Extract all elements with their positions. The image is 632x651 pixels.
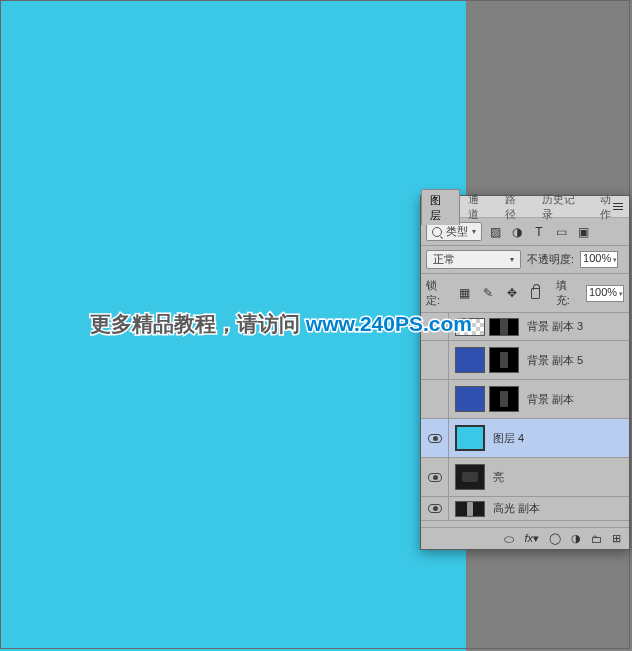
lock-label: 锁定:	[426, 278, 450, 308]
lock-row: 锁定: ▦ ✎ ✥ 填充: 100%▾	[421, 274, 629, 313]
eye-icon	[428, 473, 442, 482]
tab-paths[interactable]: 路径	[497, 189, 534, 224]
layer-thumbnail[interactable]	[455, 464, 485, 490]
mask-thumbnail[interactable]	[489, 386, 519, 412]
filter-shape-icon[interactable]: ▭	[552, 223, 570, 241]
layer-fx-icon[interactable]: fx▾	[524, 532, 539, 545]
eye-icon	[428, 434, 442, 443]
fill-input[interactable]: 100%▾	[586, 285, 624, 302]
lock-pixels-icon[interactable]: ▦	[456, 284, 473, 302]
chevron-down-icon: ▾	[472, 227, 476, 236]
panel-footer: ⬭ fx▾ ◯ ◑ 🗀 ⊞	[421, 527, 629, 549]
layer-row[interactable]: 背景 副本 5	[421, 341, 629, 380]
add-mask-icon[interactable]: ◯	[549, 532, 561, 545]
chevron-down-icon: ▾	[619, 290, 623, 297]
watermark-part1: 更多精品教程，请访问	[90, 312, 306, 335]
layer-row[interactable]: 图层 4	[421, 419, 629, 458]
layer-thumbnails	[449, 386, 519, 412]
lock-all-icon[interactable]	[526, 284, 543, 302]
tab-history[interactable]: 历史记录	[534, 189, 592, 224]
tab-layers[interactable]: 图层	[421, 189, 460, 225]
link-layers-icon[interactable]: ⬭	[504, 532, 514, 546]
opacity-input[interactable]: 100%▾	[580, 251, 618, 268]
layer-name[interactable]: 背景 副本 3	[519, 319, 625, 334]
layer-row[interactable]: 背景 副本	[421, 380, 629, 419]
filter-kind-select[interactable]: 类型 ▾	[426, 222, 482, 241]
filter-image-icon[interactable]: ▨	[486, 223, 504, 241]
filter-smart-icon[interactable]: ▣	[574, 223, 592, 241]
layer-row[interactable]: 高光 副本	[421, 497, 629, 521]
new-group-icon[interactable]: 🗀	[591, 533, 602, 545]
blend-mode-value: 正常	[433, 252, 455, 267]
visibility-toggle[interactable]	[421, 497, 449, 520]
fill-value: 100%	[589, 286, 617, 298]
layer-name[interactable]: 背景 副本 5	[519, 353, 625, 368]
layer-thumbnail[interactable]	[455, 425, 485, 451]
tab-channels[interactable]: 通道	[460, 189, 497, 224]
layers-panel: 图层 通道 路径 历史记录 动作 类型 ▾ ▨ ◑ T ▭ ▣ 正常 ▾ 不透明…	[420, 195, 630, 550]
layer-thumbnail[interactable]	[455, 386, 485, 412]
layer-thumbnail[interactable]	[455, 501, 485, 517]
eye-icon	[428, 504, 442, 513]
mask-thumbnail[interactable]	[489, 347, 519, 373]
layer-thumbnail[interactable]	[455, 347, 485, 373]
filter-text-icon[interactable]: T	[530, 223, 548, 241]
new-layer-icon[interactable]: ⊞	[612, 532, 621, 545]
panel-tabs: 图层 通道 路径 历史记录 动作	[421, 196, 629, 218]
lock-brush-icon[interactable]: ✎	[480, 284, 497, 302]
layers-list[interactable]: 背景 副本 3 背景 副本 5 背景 副本	[421, 313, 629, 527]
fill-label: 填充:	[556, 278, 580, 308]
layer-thumbnails	[449, 464, 485, 490]
mask-thumbnail[interactable]	[489, 318, 519, 336]
panel-menu-icon[interactable]	[610, 199, 626, 213]
layer-name[interactable]: 图层 4	[485, 431, 625, 446]
visibility-toggle[interactable]	[421, 380, 449, 418]
add-adjustment-icon[interactable]: ◑	[571, 532, 581, 545]
layer-thumbnails	[449, 425, 485, 451]
layer-name[interactable]: 高光 副本	[485, 501, 625, 516]
layer-thumbnails	[449, 347, 519, 373]
chevron-down-icon: ▾	[510, 255, 514, 264]
visibility-toggle[interactable]	[421, 458, 449, 496]
chevron-down-icon: ▾	[613, 256, 617, 263]
filter-adjust-icon[interactable]: ◑	[508, 223, 526, 241]
layer-row[interactable]: 亮	[421, 458, 629, 497]
layer-name[interactable]: 背景 副本	[519, 392, 625, 407]
search-icon	[432, 227, 442, 237]
visibility-toggle[interactable]	[421, 341, 449, 379]
blend-mode-select[interactable]: 正常 ▾	[426, 250, 521, 269]
watermark-url: www.240PS.com	[306, 312, 472, 335]
layer-thumbnails	[449, 501, 485, 517]
blend-row: 正常 ▾ 不透明度: 100%▾	[421, 246, 629, 274]
opacity-value: 100%	[583, 252, 611, 264]
opacity-label: 不透明度:	[527, 252, 574, 267]
filter-kind-label: 类型	[446, 224, 468, 239]
visibility-toggle[interactable]	[421, 419, 449, 457]
watermark-text: 更多精品教程，请访问 www.240PS.com	[90, 310, 472, 338]
panel-body: 类型 ▾ ▨ ◑ T ▭ ▣ 正常 ▾ 不透明度: 100%▾ 锁定: ▦ ✎ …	[421, 218, 629, 549]
layer-name[interactable]: 亮	[485, 470, 625, 485]
lock-move-icon[interactable]: ✥	[503, 284, 520, 302]
